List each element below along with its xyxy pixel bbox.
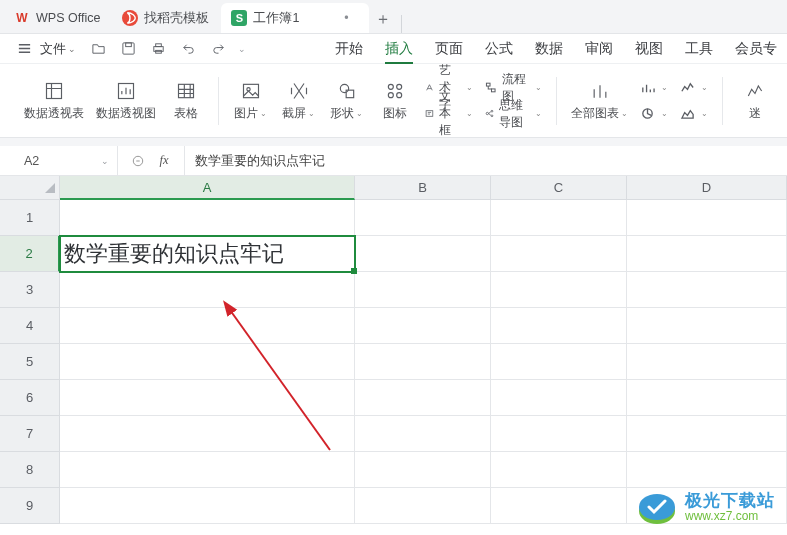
cell[interactable] [491,488,627,524]
shape-button[interactable]: 形状⌄ [325,76,369,125]
cell[interactable] [491,344,627,380]
cell[interactable] [627,416,787,452]
col-header-B[interactable]: B [355,176,491,200]
cell[interactable] [627,344,787,380]
tab-menu-icon[interactable]: • [335,11,357,25]
row-header-1[interactable]: 1 [0,200,60,236]
chevron-down-icon: ⌄ [101,156,109,166]
menu-formula[interactable]: 公式 [485,34,513,63]
menu-tabs: 开始 插入 页面 公式 数据 审阅 视图 工具 会员专 [335,34,777,63]
redo-icon[interactable] [204,36,232,62]
spark-line-button[interactable]: ⌄ [676,76,712,100]
row-header-3[interactable]: 3 [0,272,60,308]
cell[interactable] [627,236,787,272]
spark-pie-button[interactable]: ⌄ [636,102,672,126]
cell[interactable] [355,488,491,524]
all-charts-button[interactable]: 全部图表⌄ [567,76,632,125]
menu-review[interactable]: 审阅 [585,34,613,63]
cell[interactable] [627,272,787,308]
spark-area-button[interactable]: ⌄ [676,102,712,126]
cell[interactable] [491,308,627,344]
tab-docer[interactable]: 找稻壳模板 [112,3,221,33]
select-all-corner[interactable] [0,176,60,200]
col-header-A[interactable]: A [60,176,355,200]
table-button[interactable]: 表格 [164,76,208,125]
cell[interactable] [355,344,491,380]
spark-col-button[interactable]: ⌄ [636,76,672,100]
mystery-button[interactable]: 迷 [733,76,777,125]
ribbon-label: 图片⌄ [234,106,267,121]
cell[interactable] [491,452,627,488]
svg-point-13 [397,84,402,89]
undo-icon[interactable] [174,36,202,62]
cell[interactable] [355,416,491,452]
screenshot-button[interactable]: 截屏⌄ [277,76,321,125]
menu-view[interactable]: 视图 [635,34,663,63]
cell[interactable] [491,272,627,308]
row-header-7[interactable]: 7 [0,416,60,452]
open-icon[interactable] [84,36,112,62]
row-header-2[interactable]: 2 [0,236,60,272]
cell[interactable] [60,380,355,416]
mindmap-button[interactable]: 思维导图⌄ [481,102,546,126]
svg-point-14 [388,93,393,98]
cell[interactable] [355,200,491,236]
cell[interactable] [627,380,787,416]
picture-button[interactable]: 图片⌄ [229,76,273,125]
cell[interactable] [491,236,627,272]
col-header-C[interactable]: C [491,176,627,200]
print-icon[interactable] [144,36,172,62]
chevron-down-icon: ⌄ [466,83,473,92]
cell[interactable] [60,416,355,452]
pivot-chart-icon [114,80,138,102]
cell[interactable] [491,200,627,236]
cancel-icon[interactable] [128,151,148,171]
menu-page[interactable]: 页面 [435,34,463,63]
row-header-6[interactable]: 6 [0,380,60,416]
pivot-chart-button[interactable]: 数据透视图 [92,76,160,125]
icon-button[interactable]: 图标 [373,76,417,125]
cell[interactable] [355,452,491,488]
cell[interactable] [355,272,491,308]
cell[interactable] [60,272,355,308]
menu-start[interactable]: 开始 [335,34,363,63]
cell[interactable] [60,488,355,524]
cell[interactable] [491,380,627,416]
row-header-4[interactable]: 4 [0,308,60,344]
cell[interactable] [60,344,355,380]
col-header-D[interactable]: D [627,176,787,200]
name-box[interactable]: A2 ⌄ [0,146,118,175]
menu-insert[interactable]: 插入 [385,34,413,63]
cell[interactable] [627,452,787,488]
cell[interactable] [627,308,787,344]
cell[interactable] [60,452,355,488]
hamburger-icon[interactable] [10,36,38,62]
cell[interactable] [60,200,355,236]
row-header-8[interactable]: 8 [0,452,60,488]
menu-member[interactable]: 会员专 [735,34,777,63]
fill-handle[interactable] [351,268,357,274]
menu-data[interactable]: 数据 [535,34,563,63]
new-tab-button[interactable]: ＋ [369,5,397,33]
pivot-table-button[interactable]: 数据透视表 [20,76,88,125]
row-header-9[interactable]: 9 [0,488,60,524]
cell[interactable] [491,416,627,452]
cell[interactable] [355,308,491,344]
cell[interactable] [627,200,787,236]
ribbon-label: 迷 [749,106,761,121]
title-tabs: W WPS Office 找稻壳模板 S 工作簿1 • ＋ [0,0,787,34]
tab-workbook[interactable]: S 工作簿1 • [221,3,369,33]
row-header-5[interactable]: 5 [0,344,60,380]
textbox-button[interactable]: 文本框⌄ [421,102,477,126]
menu-tools[interactable]: 工具 [685,34,713,63]
tab-wps-office[interactable]: W WPS Office [4,3,112,33]
formula-input[interactable]: 数学重要的知识点牢记 [185,152,787,170]
cell[interactable] [60,308,355,344]
cell[interactable] [355,380,491,416]
file-menu[interactable]: 文件⌄ [40,40,76,58]
save-icon[interactable] [114,36,142,62]
cell-A2[interactable]: 数学重要的知识点牢记 [60,236,355,272]
cell[interactable] [355,236,491,272]
qa-chevron-icon[interactable]: ⌄ [234,36,250,62]
fx-icon[interactable]: fx [154,151,174,171]
